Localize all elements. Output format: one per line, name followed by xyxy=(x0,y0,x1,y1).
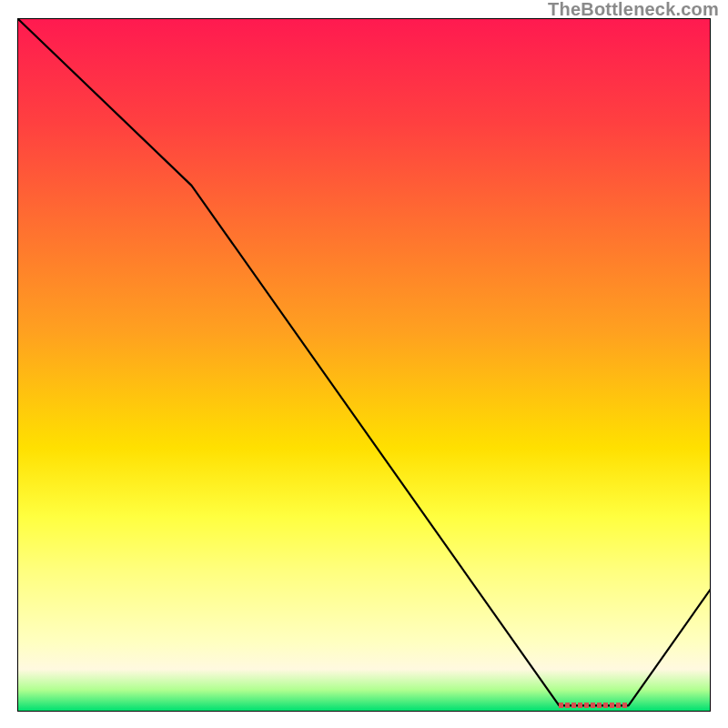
highlight-segment xyxy=(559,703,628,708)
watermark-text: TheBottleneck.com xyxy=(548,0,719,18)
curve-path xyxy=(18,19,711,705)
plot-area xyxy=(17,18,711,712)
chart-container: TheBottleneck.com xyxy=(0,0,728,728)
line-curve xyxy=(18,19,711,712)
